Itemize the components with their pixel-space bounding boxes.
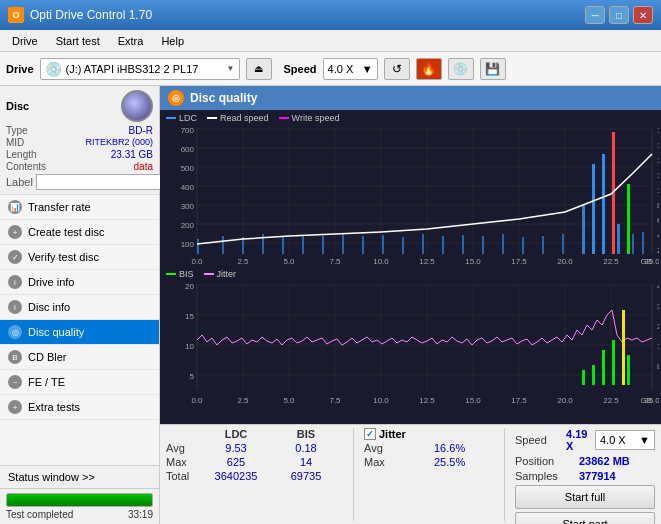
disc-quality-title: Disc quality <box>190 91 257 105</box>
svg-rect-94 <box>622 310 625 385</box>
fe-te-icon: ~ <box>8 375 22 389</box>
svg-text:16%: 16% <box>657 342 659 351</box>
nav-label-disc-info: Disc info <box>28 301 70 313</box>
toolbar-refresh-button[interactable]: ↺ <box>384 58 410 80</box>
sidebar-item-disc-quality[interactable]: ◎ Disc quality <box>0 320 159 345</box>
svg-text:12.5: 12.5 <box>419 257 435 264</box>
svg-text:20.0: 20.0 <box>557 257 573 264</box>
sidebar-item-extra-tests[interactable]: + Extra tests <box>0 395 159 420</box>
contents-label: Contents <box>6 161 46 172</box>
menu-drive[interactable]: Drive <box>4 33 46 49</box>
svg-text:32%: 32% <box>657 302 659 311</box>
legend-ldc: LDC <box>179 113 197 123</box>
svg-rect-74 <box>162 280 659 405</box>
charts-area: LDC Read speed Write speed <box>160 110 661 424</box>
start-full-button[interactable]: Start full <box>515 485 655 509</box>
drive-info-icon: i <box>8 275 22 289</box>
disc-panel: Disc Type BD-R MID RITEKBR2 (000) Length… <box>0 86 159 195</box>
jitter-col-header: Jitter <box>379 428 406 440</box>
mid-value: RITEKBR2 (000) <box>85 137 153 148</box>
svg-rect-32 <box>462 235 464 254</box>
maximize-button[interactable]: □ <box>609 6 629 24</box>
svg-rect-91 <box>592 365 595 385</box>
total-bis: 69735 <box>271 470 341 482</box>
menu-start-test[interactable]: Start test <box>48 33 108 49</box>
svg-text:6X: 6X <box>657 216 659 225</box>
svg-text:700: 700 <box>181 126 195 135</box>
toolbar-burn-button[interactable]: 🔥 <box>416 58 442 80</box>
svg-text:10.0: 10.0 <box>373 396 389 405</box>
progress-area: Test completed 33:19 <box>0 489 159 524</box>
svg-text:7.5: 7.5 <box>329 396 341 405</box>
nav-label-transfer-rate: Transfer rate <box>28 201 91 213</box>
progress-bar-background <box>6 493 153 507</box>
max-ldc: 625 <box>201 456 271 468</box>
status-window-label: Status window >> <box>8 471 95 483</box>
verify-test-disc-icon: ✓ <box>8 250 22 264</box>
svg-rect-38 <box>582 204 585 254</box>
svg-text:18X: 18X <box>657 126 659 135</box>
avg-ldc: 9.53 <box>201 442 271 454</box>
svg-text:8%: 8% <box>657 362 659 371</box>
svg-text:2.5: 2.5 <box>237 257 249 264</box>
svg-text:22.5: 22.5 <box>603 257 619 264</box>
legend-jitter: Jitter <box>217 269 237 279</box>
speed-value: 4.19 X <box>566 428 591 452</box>
toolbar-disc-button[interactable]: 💿 <box>448 58 474 80</box>
sidebar-item-verify-test-disc[interactable]: ✓ Verify test disc <box>0 245 159 270</box>
speed-dropdown[interactable]: 4.0 X ▼ <box>323 58 378 80</box>
svg-text:7.5: 7.5 <box>329 257 341 264</box>
legend-bis: BIS <box>179 269 194 279</box>
sidebar-item-cd-bler[interactable]: B CD Bler <box>0 345 159 370</box>
samples-value: 377914 <box>579 470 616 482</box>
sidebar-item-create-test-disc[interactable]: + Create test disc <box>0 220 159 245</box>
label-input[interactable] <box>36 174 169 190</box>
svg-rect-30 <box>422 234 424 254</box>
jitter-avg-label: Avg <box>364 442 434 454</box>
menu-extra[interactable]: Extra <box>110 33 152 49</box>
svg-rect-20 <box>222 236 224 254</box>
jitter-checkbox-row: ✓ Jitter <box>364 428 494 440</box>
status-window-button[interactable]: Status window >> <box>0 466 159 489</box>
sidebar-bottom: Status window >> Test completed 33:19 <box>0 465 159 524</box>
toolbar-save-button[interactable]: 💾 <box>480 58 506 80</box>
label-label: Label <box>6 176 33 188</box>
svg-text:20: 20 <box>185 282 194 291</box>
svg-text:17.5: 17.5 <box>511 257 527 264</box>
svg-text:300: 300 <box>181 202 195 211</box>
jitter-max-value: 25.5% <box>434 456 465 468</box>
svg-text:0.0: 0.0 <box>191 257 203 264</box>
ldc-column-header: LDC <box>201 428 271 440</box>
jitter-checkbox[interactable]: ✓ <box>364 428 376 440</box>
total-ldc: 3640235 <box>201 470 271 482</box>
extra-tests-icon: + <box>8 400 22 414</box>
sidebar-item-transfer-rate[interactable]: 📊 Transfer rate <box>0 195 159 220</box>
legend-read-speed: Read speed <box>220 113 269 123</box>
svg-text:15.0: 15.0 <box>465 257 481 264</box>
sidebar-item-drive-info[interactable]: i Drive info <box>0 270 159 295</box>
max-bis: 14 <box>271 456 341 468</box>
close-button[interactable]: ✕ <box>633 6 653 24</box>
svg-rect-36 <box>542 236 544 254</box>
svg-rect-40 <box>602 154 605 254</box>
svg-text:4X: 4X <box>657 231 659 240</box>
stats-table: LDC BIS Avg 9.53 0.18 Max 625 14 Total 3… <box>166 428 343 484</box>
start-part-button[interactable]: Start part <box>515 512 655 524</box>
bottom-chart-svg: 20 15 10 5 40% 32% 24% 16% 8% 0.0 2.5 5.… <box>162 280 659 405</box>
svg-text:600: 600 <box>181 145 195 154</box>
minimize-button[interactable]: ─ <box>585 6 605 24</box>
nav-label-verify-test-disc: Verify test disc <box>28 251 99 263</box>
speed-selector[interactable]: 4.0 X ▼ <box>595 430 655 450</box>
sidebar-item-fe-te[interactable]: ~ FE / TE <box>0 370 159 395</box>
disc-quality-header-icon: ◎ <box>168 90 184 106</box>
sidebar-item-disc-info[interactable]: i Disc info <box>0 295 159 320</box>
type-label: Type <box>6 125 28 136</box>
svg-rect-39 <box>592 164 595 254</box>
drive-dropdown[interactable]: 💿 (J:) ATAPI iHBS312 2 PL17 ▼ <box>40 58 240 80</box>
menu-help[interactable]: Help <box>153 33 192 49</box>
eject-button[interactable]: ⏏ <box>246 58 272 80</box>
svg-text:10.0: 10.0 <box>373 257 389 264</box>
svg-text:2.5: 2.5 <box>237 396 249 405</box>
bis-column-header: BIS <box>271 428 341 440</box>
app-icon: O <box>8 7 24 23</box>
